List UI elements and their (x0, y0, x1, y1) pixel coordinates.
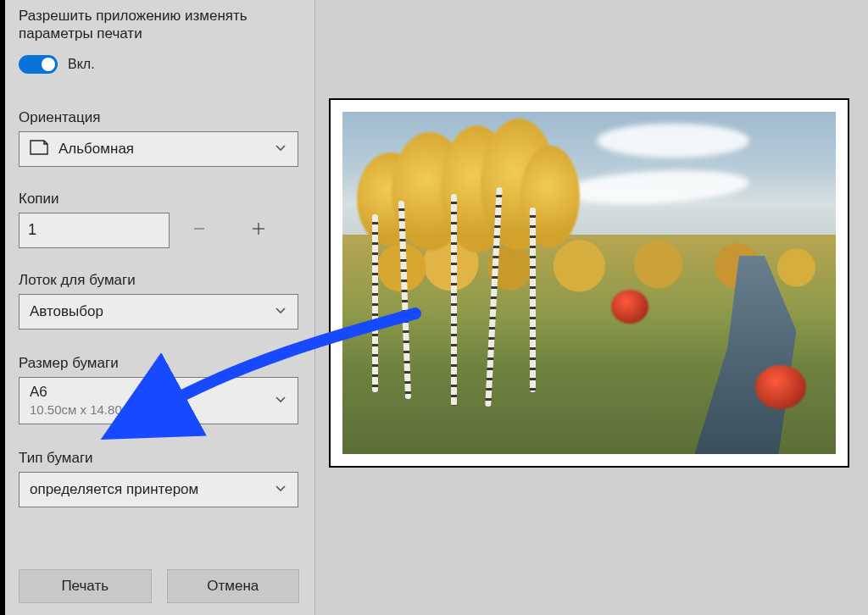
cancel-button[interactable]: Отмена (167, 569, 300, 603)
chevron-down-icon (274, 481, 287, 498)
allow-app-state: Вкл. (68, 57, 95, 72)
paper-size-section: Размер бумаги A6 10.50см x 14.80см (19, 355, 299, 424)
allow-app-section: Разрешить приложению изменять параметры … (19, 7, 299, 74)
plus-icon (249, 219, 268, 241)
print-preview-area (315, 0, 868, 615)
orientation-label: Ориентация (19, 109, 299, 126)
paper-size-dimensions: 10.50см x 14.80см (30, 402, 137, 417)
print-settings-panel: Разрешить приложению изменять параметры … (0, 0, 315, 615)
paper-type-section: Тип бумаги определяется принтером (19, 450, 299, 507)
copies-increment-button[interactable] (229, 213, 288, 248)
preview-image (342, 112, 836, 454)
paper-size-select[interactable]: A6 10.50см x 14.80см (19, 377, 298, 424)
paper-size-label: Размер бумаги (19, 355, 299, 372)
paper-size-value: A6 (30, 384, 137, 401)
chevron-down-icon (274, 303, 287, 320)
tray-select[interactable]: Автовыбор (19, 294, 298, 330)
orientation-value: Альбомная (58, 141, 134, 158)
tray-value: Автовыбор (30, 303, 103, 320)
copies-decrement-button[interactable] (170, 213, 229, 248)
paper-type-select[interactable]: определяется принтером (19, 472, 298, 507)
copies-section: Копии (19, 191, 299, 248)
paper-type-value: определяется принтером (30, 481, 198, 498)
allow-app-toggle[interactable] (19, 55, 58, 74)
print-button[interactable]: Печать (19, 569, 152, 603)
chevron-down-icon (274, 141, 287, 158)
minus-icon (191, 220, 208, 240)
paper-type-label: Тип бумаги (19, 450, 299, 467)
allow-app-title: Разрешить приложению изменять параметры … (19, 7, 299, 43)
copies-label: Копии (19, 191, 299, 208)
landscape-page-icon (30, 140, 48, 158)
orientation-select[interactable]: Альбомная (19, 131, 298, 167)
tray-label: Лоток для бумаги (19, 272, 299, 289)
preview-page (329, 98, 849, 468)
copies-input[interactable] (19, 213, 170, 248)
dialog-footer: Печать Отмена (19, 544, 299, 615)
orientation-section: Ориентация Альбомная (19, 109, 299, 167)
chevron-down-icon (274, 392, 287, 409)
tray-section: Лоток для бумаги Автовыбор (19, 272, 299, 330)
